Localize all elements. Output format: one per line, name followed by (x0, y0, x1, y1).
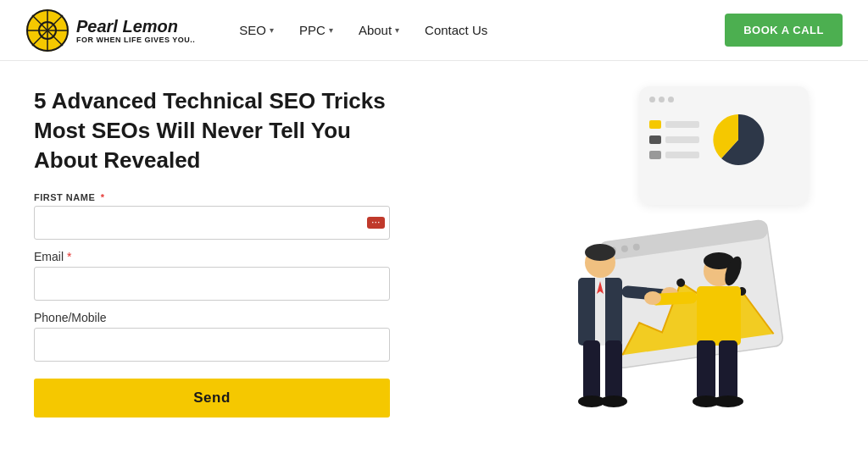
firstname-label: FIRST NAME * (34, 192, 441, 202)
nav-contact[interactable]: Contact Us (415, 18, 498, 42)
legend-line-2 (665, 136, 699, 143)
send-button[interactable]: Send (34, 379, 390, 418)
svg-rect-24 (605, 340, 622, 400)
svg-rect-34 (719, 340, 737, 400)
phone-group: Phone/Mobile (34, 311, 441, 362)
svg-rect-23 (583, 340, 600, 400)
people-illustration (475, 171, 831, 442)
main-nav: SEO ▾ PPC ▾ About ▾ Contact Us (229, 18, 725, 42)
legend-box-3 (649, 151, 661, 159)
email-input[interactable] (34, 267, 390, 301)
svg-point-32 (644, 291, 661, 305)
page-headline: 5 Advanced Technical SEO Tricks Most SEO… (34, 86, 390, 175)
logo-name: Pearl Lemon (76, 17, 195, 36)
logo-link[interactable]: Pearl Lemon FOR WHEN LIFE GIVES YOU.. (25, 8, 195, 53)
firstname-group: FIRST NAME * ··· (34, 192, 441, 240)
email-group: Email * (34, 250, 441, 301)
legend-line-3 (665, 152, 699, 158)
input-dots-icon: ··· (367, 217, 385, 229)
phone-label: Phone/Mobile (34, 311, 441, 324)
legend-item-1 (649, 120, 699, 129)
card-content (649, 111, 798, 169)
legend-item-2 (649, 135, 699, 144)
firstname-input-wrapper: ··· (34, 206, 390, 240)
nav-seo-label: SEO (239, 23, 266, 37)
nav-about[interactable]: About ▾ (348, 18, 409, 42)
ppc-chevron-icon: ▾ (329, 25, 333, 35)
svg-point-17 (585, 244, 615, 261)
firstname-required-marker: * (97, 192, 104, 202)
legend-box-2 (649, 135, 661, 144)
dot-2 (659, 97, 665, 102)
nav-contact-label: Contact Us (425, 23, 487, 37)
firstname-input[interactable] (34, 206, 390, 240)
left-section: 5 Advanced Technical SEO Tricks Most SEO… (34, 86, 441, 442)
legend-line-1 (665, 121, 699, 128)
right-illustration (441, 86, 834, 442)
about-chevron-icon: ▾ (395, 25, 399, 35)
legend-box-1 (649, 120, 661, 129)
email-required-marker: * (64, 250, 71, 263)
dot-3 (668, 97, 674, 102)
phone-input[interactable] (34, 328, 390, 362)
logo-icon (25, 8, 70, 53)
nav-ppc-label: PPC (299, 23, 326, 37)
header: Pearl Lemon FOR WHEN LIFE GIVES YOU.. SE… (0, 0, 868, 61)
legend-items (649, 120, 699, 159)
pie-chart (709, 111, 767, 169)
logo-tagline: FOR WHEN LIFE GIVES YOU.. (76, 36, 195, 44)
logo-text: Pearl Lemon FOR WHEN LIFE GIVES YOU.. (76, 17, 195, 44)
nav-about-label: About (359, 23, 392, 37)
nav-seo[interactable]: SEO ▾ (229, 18, 284, 42)
card-dots (649, 97, 798, 102)
email-label: Email * (34, 250, 441, 263)
legend-item-3 (649, 151, 699, 159)
svg-rect-30 (697, 286, 741, 346)
nav-ppc[interactable]: PPC ▾ (289, 18, 343, 42)
dot-1 (649, 97, 655, 102)
svg-point-26 (600, 395, 627, 407)
svg-point-36 (713, 395, 743, 407)
svg-rect-33 (697, 340, 715, 400)
main-content: 5 Advanced Technical SEO Tricks Most SEO… (0, 61, 868, 459)
seo-chevron-icon: ▾ (270, 25, 274, 35)
book-call-button[interactable]: BOOK A CALL (725, 14, 843, 47)
